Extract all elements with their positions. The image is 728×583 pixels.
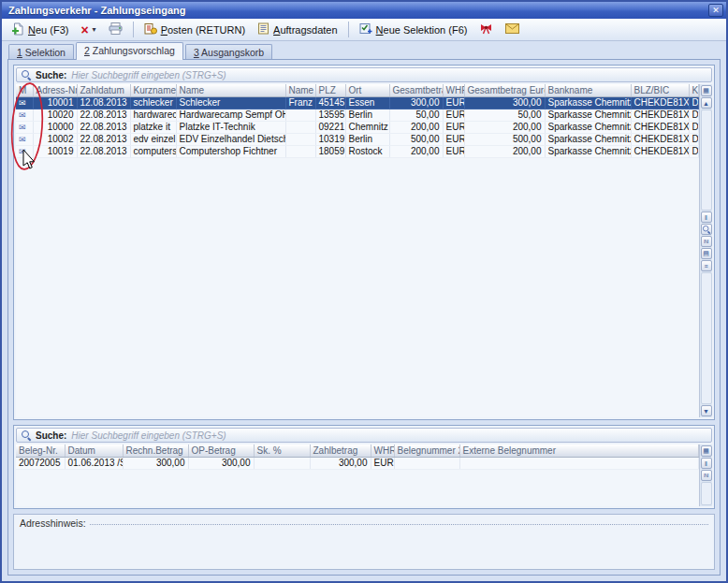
column-header[interactable]: Ort [345,84,389,96]
chevron-down-icon: ▾ [93,25,96,34]
print-button[interactable] [103,21,128,39]
row-type-cell: ✉ [16,133,33,145]
new-button[interactable]: Neu (F3) [6,21,74,39]
title-bar[interactable]: Zahlungsverkehr - Zahlungseingang ✕ [2,2,726,19]
column-header[interactable]: Zahlbetrag [310,445,371,457]
main-search-bar: Suche: [16,67,712,82]
app-window: Zahlungsverkehr - Zahlungseingang ✕ Neu … [0,0,728,583]
column-header[interactable]: Zahldatum [77,84,130,96]
column-header[interactable]: Sk. % [254,445,310,457]
envelope-icon: ✉ [19,98,26,108]
cell: DE628 [689,145,699,157]
detail-search-input[interactable] [71,430,706,441]
cell: 22.08.2013 [77,109,130,121]
ribbon-bow-icon [479,22,493,36]
cell [254,457,310,469]
cell: Platzke IT-Technik [176,121,285,133]
column-header[interactable]: Adress-Nr. [33,84,77,96]
close-button[interactable]: ✕ [708,4,723,17]
column-header[interactable]: Datum [65,445,123,457]
tab-strip: 1 Selektion 2 Zahlungsvorschlag 3 Ausgan… [2,41,726,59]
cell: Franz [285,96,315,109]
column-header[interactable]: Belegnummer 2 [394,445,459,457]
column-header[interactable]: WHR [371,445,394,457]
cell: hardwareca [130,109,176,121]
cell: 300,00 [188,457,254,469]
tab-selektion[interactable]: 1 Selektion [8,44,74,59]
cell: 01.06.2013 /Sa [65,457,123,469]
tab-zahlungsvorschlag[interactable]: 2 Zahlungsvorschlag [76,42,183,60]
column-header[interactable]: Name [176,84,285,96]
cell: DE718 [689,133,699,145]
window-title: Zahlungsverkehr - Zahlungseingang [8,5,708,16]
pause-icon[interactable]: ‖ [701,211,712,223]
column-header[interactable]: PLZ [315,84,345,96]
cell: 300,00 [123,457,188,469]
column-header[interactable]: OP-Betrag [188,445,254,457]
scrollbar-track[interactable] [701,109,712,211]
ribbon-button[interactable] [473,21,499,39]
column-header[interactable]: Gesamtbetrag [389,84,443,96]
detail-grid-area: Beleg-Nr.DatumRechn.BetragOP-BetragSk. %… [16,445,699,506]
column-header[interactable]: Rechn.Betrag [123,445,188,457]
column-chooser-icon[interactable]: ▦ [701,85,712,96]
row-type-cell: ✉ [16,109,33,121]
new-selection-button[interactable]: Neue Selektion (F6) [354,21,473,39]
cell: edv einzel [130,133,176,145]
column-header[interactable]: BLZ/BIC [631,84,689,96]
delete-button[interactable]: × ▾ [75,21,101,39]
column-header[interactable]: Name 2 [285,84,315,96]
auftragsdaten-button[interactable]: Auftragsdaten [252,21,343,39]
zoom-icon[interactable] [701,224,712,235]
ini-settings-icon[interactable]: INI [701,470,712,481]
cell: 45145 [315,96,345,109]
printer-icon [109,22,123,36]
column-header[interactable]: Kurzname [130,84,176,96]
document-icon[interactable]: ▤ [701,248,712,259]
scroll-up-button[interactable]: ▲ [701,97,712,109]
cell: 200,00 [464,145,545,157]
cell: 22.08.2013 [77,133,130,145]
column-header[interactable]: Beleg-Nr. [16,445,65,457]
table-row[interactable]: ✉1002022.08.2013hardwarecaHardwarecamp S… [16,109,699,121]
table-row[interactable]: ✉1000022.08.2013platzke itPlatzke IT-Tec… [16,121,699,133]
cell: Sparkasse Chemnitz [545,133,631,145]
scroll-down-button[interactable]: ▼ [701,405,712,416]
scrollbar-track[interactable] [701,272,712,404]
cell: 18059 [315,145,345,157]
table-row[interactable]: ✉1001922.08.2013computershComputershop F… [16,145,699,157]
mail-button[interactable] [500,21,525,39]
table-row[interactable]: ✉1000222.08.2013edv einzelEDV Einzelhand… [16,133,699,145]
column-header[interactable]: WHR [443,84,464,96]
main-search-input[interactable] [71,69,706,80]
cell [285,133,315,145]
column-chooser-icon[interactable]: ▦ [701,445,712,457]
table-row[interactable]: 2007200501.06.2013 /Sa300,00300,00300,00… [16,457,699,469]
column-header[interactable]: Gesamtbetrag Euro [464,84,545,96]
cell: 12.08.2013 [77,96,130,109]
cell: Hardwarecamp Sempf OHG [176,109,285,121]
cell: schlecker [130,96,176,109]
column-header[interactable]: Bankname [545,84,631,96]
envelope-icon [505,23,519,36]
tab-ausgangskorb[interactable]: 3 Ausgangskorb [185,44,272,59]
search-label: Suche: [36,70,66,80]
cell: 10001 [33,96,77,109]
column-header[interactable]: M [16,84,33,96]
ini-settings-icon[interactable]: INI [701,236,712,247]
delete-icon: × [80,24,88,36]
column-header[interactable]: Konto [689,84,699,96]
column-header[interactable]: Externe Belegnummer [459,445,699,457]
cell: 200,00 [389,145,443,157]
list-icon[interactable]: ≡ [701,260,712,271]
table-row[interactable]: ✉1000112.08.2013schleckerSchleckerFranz4… [16,96,699,109]
pause-icon[interactable]: ‖ [701,458,712,469]
cell: DE718 [689,96,699,109]
tab-page: Suche: MAdress-Nr.ZahldatumKurznameNameN… [7,59,721,576]
scrollbar-track[interactable] [701,482,712,505]
cell: Computershop Fichtner [176,145,285,157]
envelope-icon: ✉ [19,123,26,132]
posten-button[interactable]: Posten (RETURN) [138,21,251,39]
row-type-cell: ✉ [16,145,33,157]
envelope-icon: ✉ [19,110,26,120]
